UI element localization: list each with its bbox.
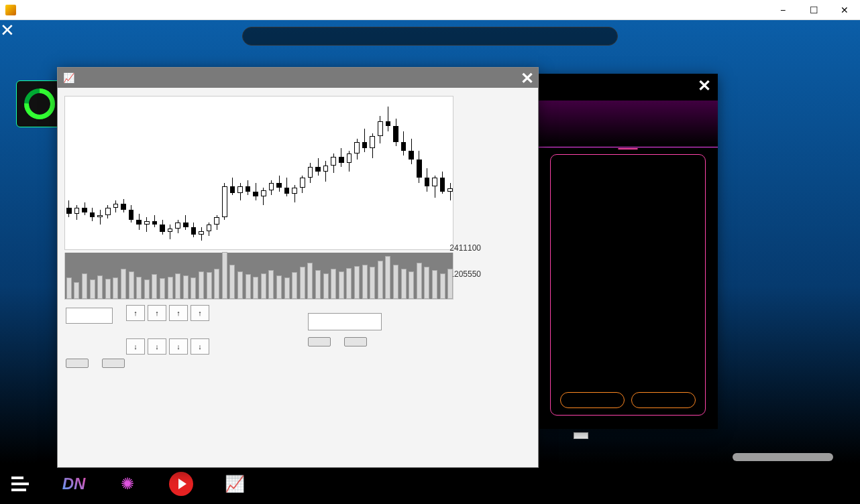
window-maximize-button[interactable]: ☐ [798,0,829,20]
step-up-one[interactable]: ↑ [191,305,209,321]
progress-ring-tile[interactable] [16,80,63,127]
step-down-thousand[interactable]: ↓ [126,338,145,355]
market-buy-button[interactable] [66,359,89,368]
cart-title [618,148,638,149]
chart-window: 📈 ✕ 12055502411100 [57,67,539,468]
order-qty-input[interactable] [66,308,113,324]
step-down-hundred[interactable]: ↓ [148,338,166,355]
cart-header-graphic [538,101,718,147]
dn-logo-icon[interactable]: DN [60,470,87,497]
game-viewport: ✕ ✕ 📈 ✕ [0,20,860,464]
chart-header-icon: 📈 [63,72,74,83]
window-titlebar: − ☐ ✕ [0,0,860,20]
qty-stepper: ↑ ↑ ↑ ↑ ↓ ↓ ↓ ↓ [126,305,209,355]
window-close-button[interactable]: ✕ [829,0,860,20]
gear-icon[interactable]: ✺ [114,470,141,497]
progress-ring-icon [23,87,56,121]
cart-close-icon[interactable]: ✕ [698,76,711,95]
chart-window-header[interactable]: 📈 [58,68,538,88]
window-minimize-button[interactable]: − [767,0,798,20]
play-button[interactable] [168,470,195,497]
chart-close-icon[interactable]: ✕ [521,69,534,88]
account-summary [574,432,588,439]
bottom-taskbar: DN ✺ 📈 [0,464,860,504]
stock-list-close-icon[interactable]: ✕ [0,20,15,40]
cart-empty-button[interactable] [560,392,625,408]
step-up-ten[interactable]: ↑ [169,305,188,321]
step-down-ten[interactable]: ↓ [169,338,188,355]
limit-price-input[interactable] [308,313,382,330]
cart-panel: ✕ [538,74,718,429]
app-icon [5,5,16,15]
volume-chart[interactable]: 12055502411100 [64,253,453,300]
cart-frame [550,154,706,416]
step-down-one[interactable]: ↓ [191,338,209,355]
candlestick-chart[interactable] [64,96,453,250]
menu-icon[interactable] [7,470,34,497]
step-up-hundred[interactable]: ↑ [148,305,166,321]
step-up-thousand[interactable]: ↑ [126,305,145,321]
limit-buy-button[interactable] [308,337,331,346]
limit-sell-button[interactable] [344,337,367,346]
trade-toast [733,453,833,461]
chart-line-icon[interactable]: 📈 [221,470,248,497]
cart-buy-button[interactable] [631,392,696,408]
market-sell-button[interactable] [102,359,125,368]
hint-banner [242,27,618,46]
